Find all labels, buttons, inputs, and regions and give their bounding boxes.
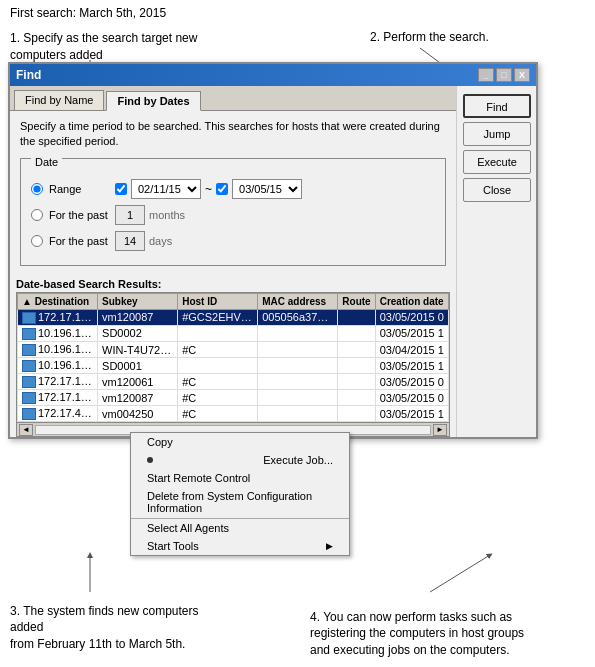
context-menu-item[interactable]: Execute Job...: [131, 451, 349, 469]
cell-hostid: #C: [178, 374, 258, 390]
to-date-checkbox[interactable]: [216, 183, 228, 195]
table-row[interactable]: 172.17.4.250 vm004250 #C 03/05/2015 1: [18, 406, 449, 422]
cell-route: [338, 390, 375, 406]
from-date-checkbox[interactable]: [115, 183, 127, 195]
dialog-left-panel: Find by Name Find by Dates Specify a tim…: [10, 86, 456, 437]
tab-find-by-name[interactable]: Find by Name: [14, 90, 104, 110]
cell-creation: 03/05/2015 1: [375, 406, 448, 422]
cell-subkey: vm120087: [98, 309, 178, 325]
col-creation[interactable]: Creation date: [375, 293, 448, 309]
cell-destination: 172.17.4.250: [18, 406, 98, 422]
cell-mac: [258, 390, 338, 406]
cell-creation: 03/05/2015 0: [375, 374, 448, 390]
context-menu-item[interactable]: Delete from System Configuration Informa…: [131, 487, 349, 517]
range-label: Range: [49, 183, 109, 195]
menu-dot: [147, 457, 153, 463]
range-radio[interactable]: [31, 183, 43, 195]
cell-hostid: #C: [178, 341, 258, 357]
past-days-radio[interactable]: [31, 235, 43, 247]
menu-item-label: Copy: [147, 436, 173, 448]
tab-find-by-dates[interactable]: Find by Dates: [106, 91, 200, 111]
col-destination[interactable]: ▲ Destination: [18, 293, 98, 309]
col-subkey[interactable]: Subkey: [98, 293, 178, 309]
cell-creation: 03/05/2015 0: [375, 390, 448, 406]
titlebar-buttons: _ □ X: [478, 68, 530, 82]
cell-route: [338, 325, 375, 341]
step3-annotation: 3. The system finds new computers added …: [10, 603, 230, 653]
months-spinner[interactable]: [115, 205, 145, 225]
dialog-right-panel: Find Jump Execute Close: [456, 86, 536, 437]
cell-destination: 10.196.180.100: [18, 325, 98, 341]
context-menu-item[interactable]: Start Remote Control: [131, 469, 349, 487]
cell-mac: [258, 325, 338, 341]
close-button[interactable]: Close: [463, 178, 531, 202]
cell-hostid: #C: [178, 406, 258, 422]
cell-destination: 10.196.180.99: [18, 358, 98, 374]
past-months-radio[interactable]: [31, 209, 43, 221]
dialog-title: Find: [16, 68, 41, 82]
cell-route: [338, 309, 375, 325]
menu-item-label: Select All Agents: [147, 522, 229, 534]
context-menu-item[interactable]: Copy: [131, 433, 349, 451]
tab-description: Specify a time period to be searched. Th…: [20, 119, 446, 150]
cell-subkey: WIN-T4U72EI0...: [98, 341, 178, 357]
find-button[interactable]: Find: [463, 94, 531, 118]
table-header-row: ▲ Destination Subkey Host ID MAC address…: [18, 293, 449, 309]
tab-content: Specify a time period to be searched. Th…: [10, 111, 456, 274]
menu-item-label: Delete from System Configuration Informa…: [147, 490, 333, 514]
scroll-right-button[interactable]: ►: [433, 424, 447, 436]
cell-mac: [258, 341, 338, 357]
menu-item-label: Start Remote Control: [147, 472, 250, 484]
table-row[interactable]: 10.196.180.99 SD0001 03/05/2015 1: [18, 358, 449, 374]
table-row[interactable]: 172.17.120.87 vm120087 #C 03/05/2015 0: [18, 390, 449, 406]
date-group-label: Date: [31, 156, 62, 168]
context-menu-item[interactable]: Select All Agents: [131, 518, 349, 537]
context-menu: CopyExecute Job...Start Remote ControlDe…: [130, 432, 350, 556]
table-row[interactable]: 10.196.180.30 WIN-T4U72EI0... #C 03/04/2…: [18, 341, 449, 357]
date-range-inputs: 02/11/15 ~ 03/05/15: [115, 179, 302, 199]
cell-hostid: [178, 325, 258, 341]
cell-subkey: vm004250: [98, 406, 178, 422]
table-row[interactable]: 172.17.120.61 vm120061 #C 03/05/2015 0: [18, 374, 449, 390]
cell-hostid: #GCS2EHV3M4: [178, 309, 258, 325]
tabs-bar: Find by Name Find by Dates: [10, 86, 456, 111]
cell-mac: [258, 374, 338, 390]
col-hostid[interactable]: Host ID: [178, 293, 258, 309]
top-annotation: First search: March 5th, 2015: [10, 6, 166, 20]
find-dialog: Find _ □ X Find by Name Find by Dates Sp…: [8, 62, 538, 439]
col-mac[interactable]: MAC address: [258, 293, 338, 309]
cell-subkey: SD0001: [98, 358, 178, 374]
maximize-button[interactable]: □: [496, 68, 512, 82]
past-days-label: For the past: [49, 235, 109, 247]
months-spinner-group: months: [115, 205, 185, 225]
results-section: Date-based Search Results: ▲ Destination…: [10, 274, 456, 438]
results-table: ▲ Destination Subkey Host ID MAC address…: [17, 293, 449, 423]
scroll-left-button[interactable]: ◄: [19, 424, 33, 436]
cell-creation: 03/05/2015 1: [375, 325, 448, 341]
table-row[interactable]: 172.17.120.87 vm120087 #GCS2EHV3M4 00505…: [18, 309, 449, 325]
days-spinner[interactable]: [115, 231, 145, 251]
from-date-select[interactable]: 02/11/15: [131, 179, 201, 199]
results-label: Date-based Search Results:: [16, 278, 450, 290]
cell-mac: [258, 358, 338, 374]
col-route[interactable]: Route: [338, 293, 375, 309]
context-menu-item[interactable]: Start Tools: [131, 537, 349, 555]
jump-button[interactable]: Jump: [463, 122, 531, 146]
cell-destination: 172.17.120.87: [18, 390, 98, 406]
minimize-button[interactable]: _: [478, 68, 494, 82]
cell-mac: [258, 406, 338, 422]
cell-destination: 172.17.120.61: [18, 374, 98, 390]
execute-button[interactable]: Execute: [463, 150, 531, 174]
svg-line-3: [430, 555, 490, 592]
table-row[interactable]: 10.196.180.100 SD0002 03/05/2015 1: [18, 325, 449, 341]
past-months-label: For the past: [49, 209, 109, 221]
cell-destination: 172.17.120.87: [18, 309, 98, 325]
cell-route: [338, 374, 375, 390]
date-tilde: ~: [205, 182, 212, 196]
to-date-select[interactable]: 03/05/15: [232, 179, 302, 199]
cell-route: [338, 341, 375, 357]
days-spinner-group: days: [115, 231, 172, 251]
cell-destination: 10.196.180.30: [18, 341, 98, 357]
months-unit: months: [149, 209, 185, 221]
close-window-button[interactable]: X: [514, 68, 530, 82]
